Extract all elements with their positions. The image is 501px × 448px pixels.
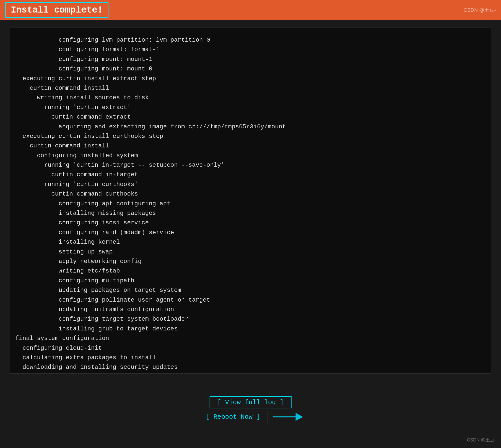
watermark: CSDN @土豆- bbox=[464, 7, 496, 14]
arrow-right-icon bbox=[273, 413, 303, 421]
reboot-now-button[interactable]: [ Reboot Now ] bbox=[198, 411, 268, 423]
log-content: configuring lvm_partition: lvm_partition… bbox=[15, 35, 486, 374]
install-complete-title: Install complete! bbox=[11, 5, 103, 15]
reboot-row: [ Reboot Now ] bbox=[198, 411, 303, 423]
csdn-bottom-watermark: CSDN @土豆- bbox=[467, 437, 496, 443]
view-full-log-button[interactable]: [ View full log ] bbox=[209, 396, 291, 408]
install-complete-box: Install complete! bbox=[5, 2, 108, 18]
header-bar: Install complete! CSDN @土豆- bbox=[0, 0, 501, 20]
bottom-buttons: [ View full log ] [ Reboot Now ] bbox=[198, 396, 303, 423]
log-container: configuring lvm_partition: lvm_partition… bbox=[10, 28, 491, 374]
